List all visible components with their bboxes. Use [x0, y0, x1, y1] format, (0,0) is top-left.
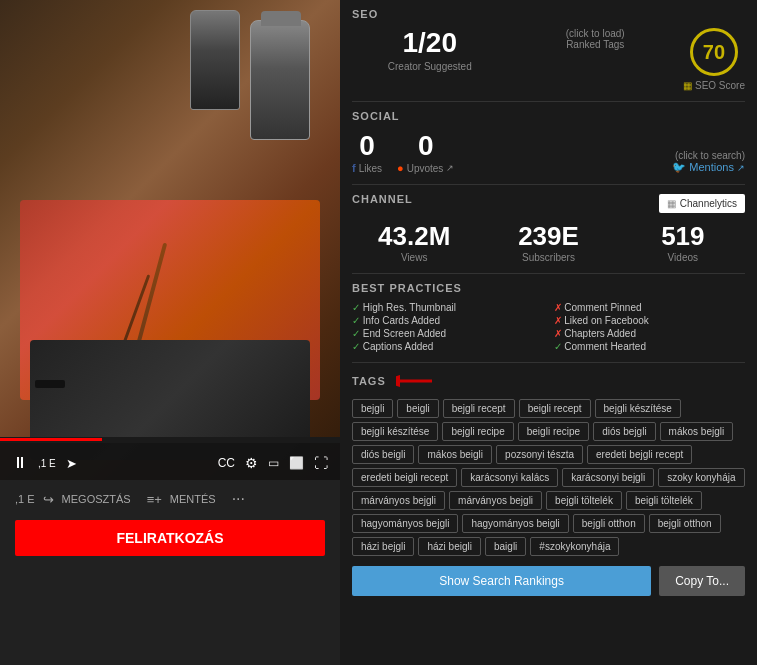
bp-item-2: ✗ Comment Pinned [554, 302, 746, 313]
video-controls: ⏸ ,1 E ➤ CC ⚙ ▭ ⬜ ⛶ [0, 443, 340, 483]
bp-check-7: ✓ [352, 341, 360, 352]
tag-item[interactable]: bejgli recept [443, 399, 515, 418]
tag-item[interactable]: házi beigli [418, 537, 480, 556]
save-label[interactable]: MENTÉS [170, 493, 216, 505]
playlist-icon[interactable]: ≡+ [147, 492, 162, 507]
channelytics-button[interactable]: ▦ Channelytics [659, 194, 745, 213]
tag-item[interactable]: szoky konyhája [658, 468, 744, 487]
seo-title: SEO [352, 8, 745, 20]
tag-item[interactable]: eredeti beigli recept [352, 468, 457, 487]
upvotes-metric: 0 ● Upvotes ↗ [397, 130, 454, 174]
video-panel: ⏸ ,1 E ➤ CC ⚙ ▭ ⬜ ⛶ ,1 E ↪ MEGOSZTÁS ≡+ … [0, 0, 340, 665]
tag-item[interactable]: házi bejgli [352, 537, 414, 556]
pan-handle [35, 380, 65, 388]
tag-item[interactable]: bejgli készítése [352, 422, 438, 441]
tag-item[interactable]: #szokykonyhája [530, 537, 619, 556]
upvotes-number: 0 [397, 130, 454, 162]
subscribe-button[interactable]: FELIRATKOZÁS [15, 520, 325, 556]
tag-item[interactable]: bejgli töltelék [546, 491, 622, 510]
mentions-click: (click to search) [469, 150, 745, 161]
seo-score-text: SEO Score [695, 80, 745, 91]
channel-header: CHANNEL ▦ Channelytics [352, 193, 745, 213]
tag-item[interactable]: hagyományos bejgli [352, 514, 458, 533]
channelytics-label: Channelytics [680, 198, 737, 209]
tag-item[interactable]: karácsonyi bejgli [562, 468, 654, 487]
twitter-icon: 🐦 [672, 161, 686, 173]
subscribers-label: Subscribers [486, 252, 610, 263]
bp-check-3: ✓ [352, 315, 360, 326]
bp-item-6: ✗ Chapters Added [554, 328, 746, 339]
bp-item-3: ✓ Info Cards Added [352, 315, 544, 326]
tag-item[interactable]: pozsonyi tészta [496, 445, 583, 464]
tag-item[interactable]: bejgli készítése [595, 399, 681, 418]
tag-item[interactable]: beigli töltelék [626, 491, 702, 510]
tag-item[interactable]: diós bejgli [593, 422, 655, 441]
creator-suggested-metric: 1/20 Creator Suggested [352, 28, 507, 72]
upvotes-label: ● Upvotes ↗ [397, 162, 454, 174]
subscribers-metric: 239E Subscribers [486, 221, 610, 263]
bp-item-7: ✓ Captions Added [352, 341, 544, 352]
bp-check-5: ✓ [352, 328, 360, 339]
right-panel: SEO 1/20 Creator Suggested (click to loa… [340, 0, 757, 665]
ranked-tags-label: Ranked Tags [517, 39, 672, 50]
play-pause-icon[interactable]: ⏸ [12, 454, 28, 472]
tag-item[interactable]: beigli [397, 399, 438, 418]
video-actions: ,1 E ↪ MEGOSZTÁS ≡+ MENTÉS ··· [15, 490, 325, 508]
tag-item[interactable]: bejgli otthon [649, 514, 721, 533]
likes-label-text: Likes [359, 163, 382, 174]
tag-item[interactable]: beigli recipe [518, 422, 589, 441]
tag-item[interactable]: eredeti bejgli recept [587, 445, 692, 464]
video-thumbnail [0, 0, 340, 480]
settings-icon[interactable]: ⚙ [245, 455, 258, 471]
tag-item[interactable]: mákos beigli [418, 445, 492, 464]
tag-item[interactable]: diós beigli [352, 445, 414, 464]
copy-to-button[interactable]: Copy To... [659, 566, 745, 596]
tag-item[interactable]: hagyományos beigli [462, 514, 568, 533]
fullscreen-icon[interactable]: ⛶ [314, 455, 328, 471]
bp-item-5: ✓ End Screen Added [352, 328, 544, 339]
mentions-area: (click to search) 🐦 Mentions ↗ [469, 150, 745, 174]
share-icon[interactable]: ↪ [43, 492, 54, 507]
tag-item[interactable]: bejgli recipe [442, 422, 513, 441]
social-section: SOCIAL 0 f Likes 0 ● Upvotes ↗ (click to… [352, 110, 745, 174]
bottom-buttons: Show Search Rankings Copy To... [352, 566, 745, 596]
share-label[interactable]: MEGOSZTÁS [62, 493, 131, 505]
subscribers-number: 239E [486, 221, 610, 252]
theater-icon[interactable]: ▭ [268, 456, 279, 470]
seo-grid: 1/20 Creator Suggested (click to load) R… [352, 28, 745, 91]
tag-item[interactable]: baigli [485, 537, 526, 556]
tag-item[interactable]: márványos bejgli [449, 491, 542, 510]
upvotes-label-text: Upvotes [407, 163, 444, 174]
best-practices-grid: ✓ High Res. Thumbnail ✗ Comment Pinned ✓… [352, 302, 745, 352]
arrow-icon [396, 371, 432, 391]
bp-check-8: ✓ [554, 341, 562, 352]
bp-cross-6: ✗ [554, 328, 562, 339]
tags-container: bejglibeiglibejgli receptbeigli receptbe… [352, 399, 745, 556]
tags-title: TAGS [352, 375, 386, 387]
cc-icon[interactable]: CC [218, 456, 235, 470]
ranked-tags-click: (click to load) [517, 28, 672, 39]
tag-item[interactable]: márványos bejgli [352, 491, 445, 510]
tag-item[interactable]: bejgli otthon [573, 514, 645, 533]
likes-metric: 0 f Likes [352, 130, 382, 174]
miniplayer-icon[interactable]: ⬜ [289, 456, 304, 470]
tag-item[interactable]: karácsonyi kalács [461, 468, 558, 487]
views-metric: 43.2M Views [352, 221, 476, 263]
social-grid: 0 f Likes 0 ● Upvotes ↗ (click to search… [352, 130, 745, 174]
show-rankings-button[interactable]: Show Search Rankings [352, 566, 651, 596]
tag-item[interactable]: mákos bejgli [660, 422, 734, 441]
tags-arrow [396, 371, 432, 391]
divider-4 [352, 362, 745, 363]
tag-item[interactable]: beigli recept [519, 399, 591, 418]
channelytics-chart-icon: ▦ [667, 198, 676, 209]
likes-number: 0 [352, 130, 382, 162]
bp-item-8: ✓ Comment Hearted [554, 341, 746, 352]
forward-icon[interactable]: ➤ [66, 456, 77, 471]
ranked-tags-metric[interactable]: (click to load) Ranked Tags [517, 28, 672, 50]
tag-item[interactable]: bejgli [352, 399, 393, 418]
progress-bar[interactable] [0, 438, 102, 441]
mentions-label[interactable]: 🐦 Mentions ↗ [469, 161, 745, 174]
bp-check-1: ✓ [352, 302, 360, 313]
tags-section: TAGS bejglibeiglibejgli receptbeigli rec… [352, 371, 745, 596]
more-icon[interactable]: ··· [232, 490, 245, 508]
